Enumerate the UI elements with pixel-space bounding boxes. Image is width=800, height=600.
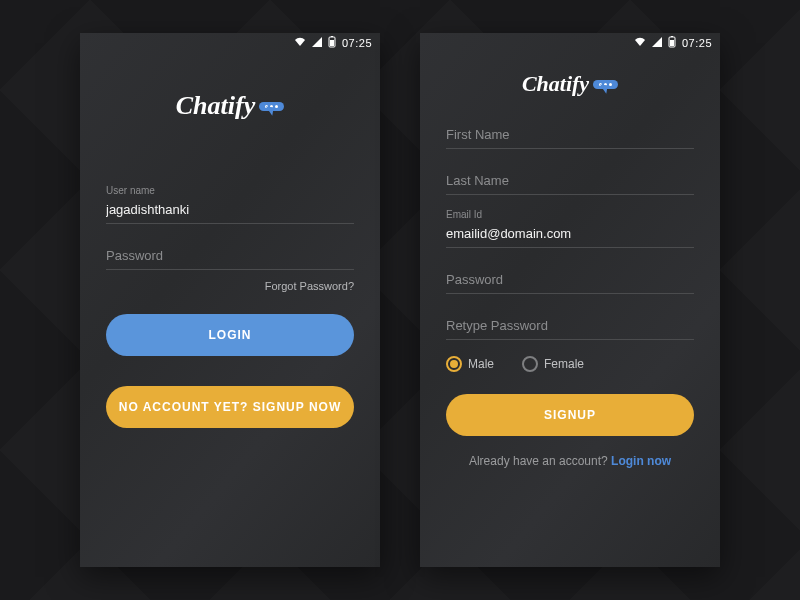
- login-now-link[interactable]: Login now: [611, 454, 671, 468]
- svg-rect-5: [671, 36, 673, 37]
- first-name-field[interactable]: [446, 117, 694, 149]
- status-time: 07:25: [342, 37, 372, 49]
- app-logo: Chatify: [106, 91, 354, 121]
- battery-icon: [668, 36, 676, 50]
- gender-male-label: Male: [468, 357, 494, 371]
- svg-rect-1: [330, 40, 334, 46]
- wifi-icon: [294, 37, 306, 49]
- login-screen: 07:25 Chatify User name Forgot Password?…: [80, 33, 380, 567]
- signal-icon: [312, 37, 322, 49]
- already-account: Already have an account? Login now: [446, 454, 694, 468]
- radio-unselected-icon: [522, 356, 538, 372]
- gender-selector: Male Female: [446, 356, 694, 372]
- brand-name: Chatify: [522, 71, 589, 97]
- last-name-input[interactable]: [446, 163, 694, 195]
- gender-female-radio[interactable]: Female: [522, 356, 584, 372]
- password-input[interactable]: [106, 238, 354, 270]
- signup-button[interactable]: SIGNUP: [446, 394, 694, 436]
- gender-male-radio[interactable]: Male: [446, 356, 494, 372]
- radio-selected-icon: [446, 356, 462, 372]
- username-label: User name: [106, 185, 354, 196]
- status-time: 07:25: [682, 37, 712, 49]
- chat-bubble-icon: [259, 102, 284, 111]
- email-input[interactable]: [446, 222, 694, 248]
- brand-name: Chatify: [176, 91, 255, 121]
- forgot-password-link[interactable]: Forgot Password?: [106, 280, 354, 292]
- email-label: Email Id: [446, 209, 694, 220]
- first-name-input[interactable]: [446, 117, 694, 149]
- signup-password-field[interactable]: [446, 262, 694, 294]
- status-bar: 07:25: [80, 33, 380, 53]
- svg-rect-2: [331, 36, 333, 37]
- status-bar: 07:25: [420, 33, 720, 53]
- svg-rect-4: [670, 40, 674, 46]
- signup-now-button[interactable]: NO ACCOUNT YET? SIGNUP NOW: [106, 386, 354, 428]
- gender-female-label: Female: [544, 357, 584, 371]
- username-input[interactable]: [106, 198, 354, 224]
- login-button[interactable]: LOGIN: [106, 314, 354, 356]
- app-logo: Chatify: [446, 71, 694, 97]
- signal-icon: [652, 37, 662, 49]
- wifi-icon: [634, 37, 646, 49]
- email-field[interactable]: Email Id: [446, 209, 694, 248]
- chat-bubble-icon: [593, 80, 618, 89]
- signup-password-input[interactable]: [446, 262, 694, 294]
- battery-icon: [328, 36, 336, 50]
- last-name-field[interactable]: [446, 163, 694, 195]
- retype-password-field[interactable]: [446, 308, 694, 340]
- password-field[interactable]: [106, 238, 354, 270]
- signup-screen: 07:25 Chatify Email Id Male: [420, 33, 720, 567]
- username-field[interactable]: User name: [106, 185, 354, 224]
- retype-password-input[interactable]: [446, 308, 694, 340]
- already-text: Already have an account?: [469, 454, 611, 468]
